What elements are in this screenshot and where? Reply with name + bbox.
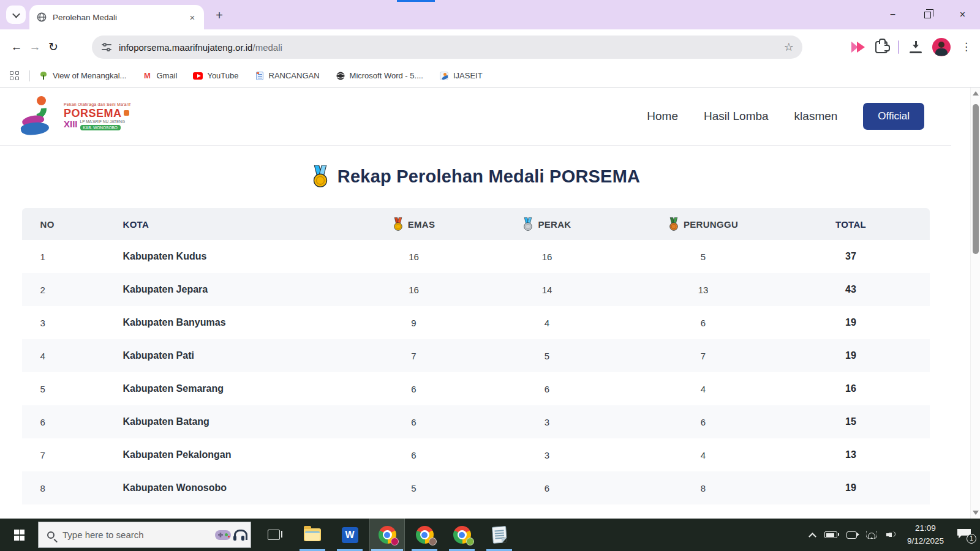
forward-button[interactable]: → (26, 38, 44, 56)
headset-icon (233, 530, 246, 541)
toolbar-separator (898, 40, 899, 54)
scroll-up-arrow[interactable] (973, 91, 979, 96)
chevron-down-icon (12, 10, 20, 18)
header-perak: PERAK (460, 217, 635, 231)
official-button[interactable]: Official (863, 103, 924, 130)
bookmark-ijaseit[interactable]: IJASEIT (439, 71, 483, 81)
site-nav: Home Hasil Lomba klasmen Official (647, 103, 924, 130)
browser-toolbar: ← → ↻ infoporsema.maarifnujateng.or.id/m… (0, 29, 980, 64)
chrome-active-button[interactable] (369, 519, 405, 551)
address-bar[interactable]: infoporsema.maarifnujateng.or.id/medali … (92, 36, 802, 59)
table-row: 2 Kabupaten Jepara 16 14 13 43 (22, 273, 930, 306)
pink-extension-icon[interactable] (851, 42, 865, 53)
gmail-icon: M (142, 71, 152, 81)
clock-time: 21:09 (905, 522, 946, 534)
sprout-icon (39, 71, 48, 81)
bookmark-gmail[interactable]: MGmail (142, 71, 177, 81)
close-button[interactable]: × (945, 0, 980, 29)
tab-close-icon[interactable]: × (187, 12, 198, 23)
logo-box-icon (124, 110, 129, 116)
page-scrollbar[interactable] (970, 88, 980, 519)
table-row: 4 Kabupaten Pati 7 5 7 19 (22, 339, 930, 372)
wifi-icon[interactable] (866, 531, 877, 539)
notification-center-icon[interactable]: 1 (957, 529, 973, 541)
url-domain: infoporsema.maarifnujateng.or.id (119, 42, 252, 53)
bookmark-ms-word[interactable]: Microsoft Word - 5.... (336, 71, 423, 81)
site-info-icon[interactable] (102, 43, 111, 51)
new-tab-button[interactable]: + (212, 8, 227, 23)
header-kota: KOTA (102, 219, 368, 230)
bookmark-view-of-menangkal[interactable]: View of Menangkal... (39, 71, 126, 81)
system-tray: 21:09 9/12/2025 1 (810, 519, 975, 551)
browser-tab-bar: Perolehan Medali × + − × (0, 0, 980, 29)
header-emas: EMAS (368, 217, 460, 231)
taskbar-clock[interactable]: 21:09 9/12/2025 (905, 522, 946, 547)
page-title: Rekap Perolehan Medali PORSEMA (337, 167, 640, 187)
notepad-icon (492, 526, 507, 544)
gold-medal-icon (393, 217, 404, 231)
nav-klasmen[interactable]: klasmen (794, 110, 838, 123)
task-view-button[interactable] (262, 519, 286, 551)
bookmarks-bar: View of Menangkal... MGmail YouTube RANC… (0, 64, 980, 88)
chrome-profile-badge (429, 538, 437, 545)
window-controls: − × (875, 0, 980, 29)
taskbar-apps: W (295, 519, 517, 551)
battery-icon[interactable] (824, 531, 837, 538)
table-row: 8 Kabupaten Wonosobo 5 6 8 19 (22, 471, 930, 504)
dark-globe-icon (336, 71, 345, 81)
tray-chevron-icon[interactable] (809, 533, 816, 541)
bookmarks-separator (29, 70, 30, 81)
bookmark-star-icon[interactable]: ☆ (784, 40, 794, 54)
document-icon (255, 71, 265, 81)
screen: Perolehan Medali × + − × ← → ↻ infoporse… (0, 0, 980, 551)
back-button[interactable]: ← (7, 38, 26, 56)
table-row: 1 Kabupaten Kudus 16 16 5 37 (22, 240, 930, 273)
logo-tagline: Pekan Olahraga dan Seni Ma'arif (64, 102, 130, 107)
bookmark-youtube[interactable]: YouTube (193, 71, 238, 81)
scroll-down-arrow[interactable] (973, 511, 979, 515)
tab-title: Perolehan Medali (53, 13, 187, 22)
extensions-puzzle-icon[interactable] (875, 41, 888, 53)
meet-now-icon[interactable] (846, 531, 857, 539)
start-button[interactable] (0, 519, 38, 551)
apps-grid-icon[interactable] (10, 71, 20, 81)
site-header: Pekan Olahraga dan Seni Ma'arif PORSEMA … (0, 88, 951, 146)
task-view-icon (268, 530, 280, 540)
browser-menu-icon[interactable]: ⋮ (961, 40, 971, 53)
minimize-button[interactable]: − (875, 0, 910, 29)
toolbar-right-icons: ⋮ (851, 29, 971, 64)
logo-name: PORSEMA (64, 107, 122, 119)
porsema-logo-icon (21, 96, 59, 137)
restore-button[interactable] (910, 0, 945, 29)
youtube-icon (193, 71, 203, 81)
search-icon (47, 531, 55, 539)
reload-button[interactable]: ↻ (44, 38, 62, 56)
porsema-logo[interactable]: Pekan Olahraga dan Seni Ma'arif PORSEMA … (21, 96, 130, 137)
tab-search-button[interactable] (6, 6, 26, 24)
url-text: infoporsema.maarifnujateng.or.id/medali (119, 42, 784, 53)
globe-icon (37, 12, 47, 22)
url-path: /medali (252, 42, 282, 53)
browser-tab[interactable]: Perolehan Medali × (29, 5, 204, 29)
windows-taskbar: Type here to search W 21:09 9/12/2025 1 (0, 519, 980, 551)
nav-home[interactable]: Home (647, 110, 678, 123)
logo-edition: XIII (64, 119, 78, 130)
taskbar-search-box[interactable]: Type here to search (38, 522, 251, 548)
scrollbar-thumb[interactable] (973, 104, 979, 254)
table-row: 3 Kabupaten Banyumas 9 4 6 19 (22, 306, 930, 339)
chrome-profile3-button[interactable] (444, 519, 480, 551)
notification-badge: 1 (967, 534, 976, 544)
medal-ribbon-icon (311, 165, 330, 187)
chrome-profile2-button[interactable] (407, 519, 442, 551)
ijaseit-icon (439, 71, 449, 81)
speaker-icon[interactable] (886, 531, 896, 539)
profile-avatar[interactable] (932, 38, 951, 56)
downloads-icon[interactable] (910, 41, 922, 53)
nav-hasil-lomba[interactable]: Hasil Lomba (704, 110, 769, 123)
file-explorer-button[interactable] (295, 519, 330, 551)
word-button[interactable]: W (332, 519, 368, 551)
bookmark-rancangan[interactable]: RANCANGAN (255, 71, 320, 81)
table-header-row: NO KOTA EMAS PERAK PERUNGGU TOTAL (22, 208, 930, 240)
medal-table: NO KOTA EMAS PERAK PERUNGGU TOTAL 1 (22, 208, 930, 504)
notepad-button[interactable] (481, 519, 517, 551)
